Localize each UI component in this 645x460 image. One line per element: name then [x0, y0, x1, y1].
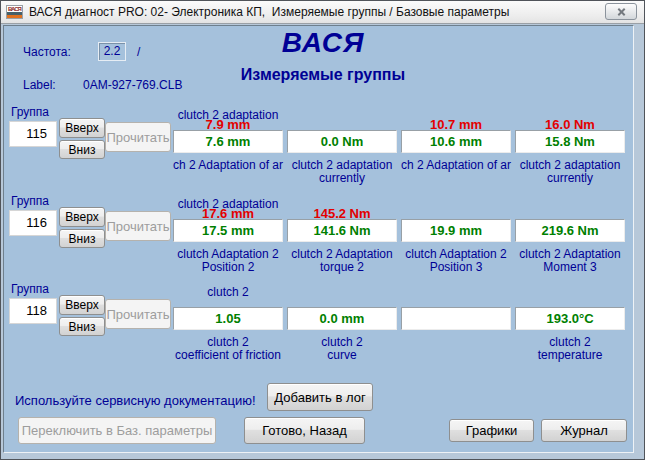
app-logo-icon: ВАСЯ — [6, 5, 23, 19]
measure-field — [401, 282, 511, 372]
frequency-label: Частота: — [23, 45, 71, 59]
field-value: 19.9 mm — [402, 220, 510, 241]
field-value: 219.6 Nm — [516, 220, 624, 241]
field-label-line2: curve — [279, 348, 405, 362]
field-label-line1: clutch 2 adaptation — [279, 158, 405, 172]
field-value-box: 0.0 mm — [287, 307, 397, 330]
measure-field: 0.0 mm clutch 2 curve — [287, 282, 397, 372]
group-read-button[interactable]: Прочитать — [105, 299, 171, 329]
field-label-line2: Moment 3 — [507, 260, 633, 274]
field-label-line2: Position 2 — [165, 260, 291, 274]
field-label-line1: clutch 2 Adaptation — [507, 247, 633, 261]
group-label: Группа — [11, 282, 49, 296]
field-label-line1: clutch 2 — [165, 335, 291, 349]
field-value-box: 193.0°C — [515, 307, 625, 330]
group-down-button[interactable]: Вниз — [59, 229, 105, 248]
frequency-value-box: 2.2 — [98, 42, 126, 61]
field-value: 17.5 mm — [174, 220, 282, 241]
field-value-box: 17.5 mm — [173, 219, 283, 242]
field-value: 193.0°C — [516, 308, 624, 329]
group-number-input[interactable]: 115 — [9, 121, 57, 147]
field-label-line2: torque 2 — [279, 260, 405, 274]
group-row: Группа 118 Вверх Вниз Прочитать clutch 2… — [1, 282, 645, 372]
field-label-line1: clutch 2 — [279, 335, 405, 349]
group-down-button[interactable]: Вниз — [59, 140, 105, 159]
group-up-button[interactable]: Вверх — [59, 118, 105, 138]
field-value: 0.0 Nm — [288, 131, 396, 152]
field-value-box: 219.6 Nm — [515, 219, 625, 242]
group-row: Группа 116 Вверх Вниз Прочитать clutch 2… — [1, 194, 645, 284]
switch-basic-settings-button[interactable]: Переключить в Баз. параметры — [18, 417, 216, 444]
field-value-box — [401, 307, 511, 330]
group-read-button[interactable]: Прочитать — [105, 122, 171, 152]
measure-field: 193.0°C clutch 2 temperature — [515, 282, 625, 372]
field-value-box: 7.6 mm — [173, 130, 283, 153]
field-label-line2: coefficient of friction — [165, 348, 291, 362]
field-value-box: 15.8 Nm — [515, 130, 625, 153]
field-value-box: 141.6 Nm — [287, 219, 397, 242]
field-label-line2: currently — [279, 171, 405, 185]
field-peak-value: 145.2 Nm — [281, 206, 403, 221]
group-up-button[interactable]: Вверх — [59, 207, 105, 227]
field-label-line1: ch 2 Adaptation of ar — [393, 158, 519, 172]
field-value: 7.6 mm — [174, 131, 282, 152]
field-peak-value: 17.6 mm — [167, 206, 289, 221]
field-value-box: 10.6 mm — [401, 130, 511, 153]
journal-button[interactable]: Журнал — [541, 419, 627, 442]
field-label-line2: currently — [507, 171, 633, 185]
measure-field: 1.05 clutch 2 coefficient of friction — [173, 282, 283, 372]
app-title: ВАСЯ — [173, 29, 473, 57]
file-value: 0AM-927-769.CLB — [83, 78, 182, 92]
title-bar: ВАСЯ ВАСЯ диагност PRO: 02- Электроника … — [1, 1, 644, 24]
close-button[interactable] — [605, 3, 637, 20]
field-value-box: 0.0 Nm — [287, 130, 397, 153]
field-label-line1: clutch Adaptation 2 — [165, 247, 291, 261]
group-number-input[interactable]: 118 — [9, 298, 57, 324]
add-to-log-button[interactable]: Добавить в лог — [267, 383, 373, 411]
field-value: 10.6 mm — [402, 131, 510, 152]
field-label-line1: clutch 2 adaptation — [507, 158, 633, 172]
frequency-slash: / — [137, 45, 140, 59]
field-value-box: 1.05 — [173, 307, 283, 330]
field-value: 141.6 Nm — [288, 220, 396, 241]
field-label-line1: clutch Adaptation 2 — [393, 247, 519, 261]
field-label-line1: clutch 2 — [507, 335, 633, 349]
file-label: Label: — [23, 78, 56, 92]
app-window: ВАСЯ ВАСЯ диагност PRO: 02- Электроника … — [0, 0, 645, 460]
measure-field: 19.9 mm clutch Adaptation 2 Position 3 — [401, 194, 511, 284]
field-value: 0.0 mm — [288, 308, 396, 329]
measure-field: 0.0 Nm clutch 2 adaptation currently — [287, 105, 397, 195]
field-label-line2: Position 3 — [393, 260, 519, 274]
measure-field: 16.0 Nm 15.8 Nm clutch 2 adaptation curr… — [515, 105, 625, 195]
measure-field: 7.9 mm 7.6 mm ch 2 Adaptation of ar — [173, 105, 283, 195]
group-read-button[interactable]: Прочитать — [105, 211, 171, 241]
field-value: 1.05 — [174, 308, 282, 329]
window-title: ВАСЯ диагност PRO: 02- Электроника КП, И… — [29, 5, 509, 19]
field-label-line2: temperature — [507, 348, 633, 362]
field-peak-value: 7.9 mm — [167, 117, 289, 132]
field-label-line1: ch 2 Adaptation of ar — [165, 158, 291, 172]
done-back-button[interactable]: Готово, Назад — [244, 417, 365, 444]
field-value-box: 19.9 mm — [401, 219, 511, 242]
field-label-line1: clutch 2 Adaptation — [279, 247, 405, 261]
close-icon — [617, 7, 626, 16]
measure-field: 17.6 mm 17.5 mm clutch Adaptation 2 Posi… — [173, 194, 283, 284]
page-subtitle: Измеряемые группы — [173, 66, 473, 84]
group-number-input[interactable]: 116 — [9, 210, 57, 236]
field-peak-value: 16.0 Nm — [509, 117, 631, 132]
group-label: Группа — [11, 194, 49, 208]
measure-field: 145.2 Nm 141.6 Nm clutch 2 Adaptation to… — [287, 194, 397, 284]
field-peak-value: 10.7 mm — [395, 117, 517, 132]
field-value: 15.8 Nm — [516, 131, 624, 152]
graphs-button[interactable]: Графики — [449, 419, 534, 442]
group-down-button[interactable]: Вниз — [59, 317, 105, 336]
group-row: Группа 115 Вверх Вниз Прочитать clutch 2… — [1, 105, 645, 195]
group-up-button[interactable]: Вверх — [59, 295, 105, 315]
header-block: ВАСЯ Измеряемые группы — [173, 29, 473, 84]
measure-field: 219.6 Nm clutch 2 Adaptation Moment 3 — [515, 194, 625, 284]
service-docs-hint: Используйте сервисную документацию! — [15, 393, 256, 408]
measure-field: 10.7 mm 10.6 mm ch 2 Adaptation of ar — [401, 105, 511, 195]
group-label: Группа — [11, 105, 49, 119]
